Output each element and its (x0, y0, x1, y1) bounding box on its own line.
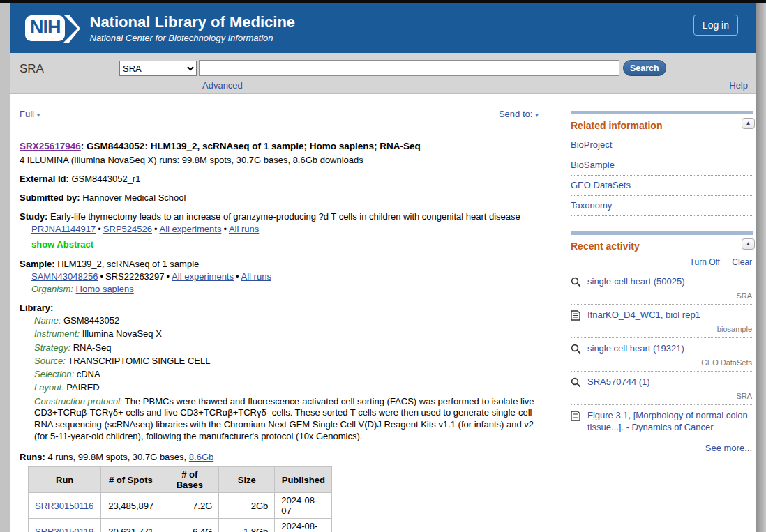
display-settings-dropdown[interactable]: Full ▾ (20, 109, 40, 119)
library-field-layout: Layout: PAIRED (34, 382, 548, 393)
library-field-label: Name: (34, 315, 61, 326)
sidebar-item-biosample[interactable]: BioSample (571, 155, 753, 176)
list-item: Figure 3.1, [Morphology of normal colon … (571, 405, 753, 436)
header-titles: National Library of Medicine National Ce… (90, 13, 296, 43)
recent-activity-link[interactable]: single-cell heart (50025) (587, 276, 684, 288)
bullet-separator: • (98, 224, 101, 234)
see-more-row: See more... (571, 436, 753, 453)
database-select[interactable]: SRA (119, 61, 197, 76)
runs-label: Runs: (20, 452, 45, 462)
chevron-down-icon: ▾ (535, 111, 539, 119)
study-all-runs-link[interactable]: All runs (229, 224, 259, 234)
database-label: SRA (20, 62, 44, 76)
list-item: single-cell heart (50025) SRA (571, 271, 753, 305)
bullet-separator: • (236, 271, 239, 282)
column-header-run: Run (29, 467, 101, 493)
submitted-by-label: Submitted by: (20, 192, 80, 203)
search-icon (571, 276, 587, 289)
recent-activity-link[interactable]: single cell heart (19321) (587, 343, 684, 355)
study-srp-link[interactable]: SRP524526 (103, 224, 152, 234)
show-abstract-toggle[interactable]: show Abstract (31, 239, 93, 250)
run-link[interactable]: SRR30150116 (35, 501, 93, 511)
clear-link[interactable]: Clear (732, 257, 752, 267)
runs-table: Run # of Spots # of Bases Size Published… (28, 466, 332, 532)
document-icon (571, 410, 587, 423)
recent-activity-link[interactable]: Figure 3.1, [Morphology of normal colon … (587, 410, 753, 434)
help-link[interactable]: Help (729, 80, 748, 91)
sample-srs-id: SRS22263297 (105, 271, 165, 282)
display-settings-label: Full (20, 109, 34, 119)
library-field-strategy: Strategy: RNA-Seq (34, 342, 548, 354)
list-item: IfnarKO_D4_WC1, biol rep1 biosample (571, 305, 753, 338)
library-field-label: Construction protocol: (34, 396, 122, 406)
sample-biosample-link[interactable]: SAMN43048256 (31, 271, 98, 282)
library-field-value: PAIRED (66, 382, 99, 393)
related-information-title: Related information (571, 120, 662, 131)
runs-download-size-link[interactable]: 8.6Gb (189, 452, 213, 462)
study-bioproject-link[interactable]: PRJNA1144917 (31, 224, 96, 234)
search-bar: SRA SRA Search Advanced Help (10, 53, 756, 94)
site-subtitle: National Center for Biotechnology Inform… (90, 33, 296, 43)
search-icon (571, 343, 587, 356)
content-area: Full ▾ Send to: ▾ SRX25617946: GSM844305… (10, 94, 756, 532)
library-field-label: Source: (34, 356, 66, 366)
library-field-label: Strategy: (34, 342, 70, 353)
nih-logo-chevron-icon (62, 13, 80, 44)
sidebar: Related information ▲ BioProject BioSamp… (571, 111, 753, 453)
study-links: PRJNA1144917•SRP524526•All experiments•A… (31, 224, 548, 234)
sample-all-runs-link[interactable]: All runs (241, 271, 271, 282)
send-to-dropdown[interactable]: Send to: ▾ (499, 109, 539, 119)
recent-activity-link[interactable]: SRA570744 (1) (587, 377, 650, 388)
library-field-label: Instrument: (34, 328, 80, 339)
sample-label: Sample: (20, 259, 55, 269)
table-row: SRR30150116 23,485,897 7.2G 2Gb 2024-08-… (29, 493, 332, 519)
site-title: National Library of Medicine (90, 13, 296, 31)
window-top-edge (0, 0, 766, 3)
collapse-button[interactable]: ▲ (742, 238, 755, 250)
sidebar-item-geo-datasets[interactable]: GEO DataSets (571, 176, 753, 196)
nih-logo[interactable]: NIH (25, 13, 80, 44)
list-item: single cell heart (19321) GEO DataSets (571, 338, 753, 372)
main-column: Full ▾ Send to: ▾ SRX25617946: GSM844305… (20, 94, 548, 532)
recent-activity-category: GEO DataSets (571, 356, 753, 369)
library-field-construction-protocol: Construction protocol: The PBMCs were th… (34, 396, 547, 443)
search-input[interactable] (199, 60, 619, 76)
search-button[interactable]: Search (623, 60, 666, 76)
related-information-header: Related information ▲ (571, 114, 753, 135)
recent-activity-category: biosample (571, 323, 753, 335)
send-to-label: Send to: (499, 109, 532, 119)
recent-activity-link[interactable]: IfnarKO_D4_WC1, biol rep1 (587, 310, 700, 321)
study-all-experiments-link[interactable]: All experiments (160, 224, 222, 234)
library-field-selection: Selection: cDNA (34, 369, 548, 380)
published-cell: 2024-08-07 (275, 493, 332, 519)
library-section: Library: Name: GSM8443052 Instrument: Il… (20, 303, 548, 442)
accession-link[interactable]: SRX25617946 (20, 141, 81, 151)
size-cell: 1.8Gb (219, 519, 275, 532)
table-row: SRR30150119 20,621,771 6.4G 1.8Gb 2024-0… (29, 519, 332, 532)
collapse-button[interactable]: ▲ (742, 118, 755, 129)
organism-link[interactable]: Homo sapiens (76, 284, 134, 294)
advanced-search-link[interactable]: Advanced (202, 80, 243, 91)
see-more-link[interactable]: See more... (705, 443, 752, 453)
external-id-value: GSM8443052_r1 (71, 174, 140, 184)
external-id-label: External Id: (20, 174, 69, 184)
turn-off-link[interactable]: Turn Off (690, 257, 720, 267)
library-field-value: cDNA (77, 369, 100, 379)
library-field-value: Illumina NovaSeq X (82, 328, 162, 339)
library-field-name: Name: GSM8443052 (34, 315, 548, 326)
sidebar-item-bioproject[interactable]: BioProject (571, 135, 753, 155)
sample-all-experiments-link[interactable]: All experiments (172, 271, 234, 282)
library-field-value: RNA-Seq (73, 342, 112, 353)
sample-links: SAMN43048256•SRS22263297•All experiments… (31, 271, 548, 282)
runs-table-header-row: Run # of Spots # of Bases Size Published (29, 467, 332, 493)
sidebar-item-taxonomy[interactable]: Taxonomy (571, 196, 753, 216)
run-link[interactable]: SRR30150119 (35, 526, 93, 532)
login-button[interactable]: Log in (693, 15, 738, 36)
chevron-down-icon: ▾ (37, 111, 40, 119)
record-title-text: : GSM8443052: HLM139_2, scRNAseq of 1 sa… (81, 141, 421, 151)
chevron-up-icon: ▲ (746, 241, 751, 247)
organism-line: Organism: Homo sapiens (31, 284, 548, 294)
recent-activity-category: SRA (571, 390, 753, 402)
spots-cell: 20,621,771 (101, 519, 160, 532)
results-toolbar: Full ▾ Send to: ▾ (20, 94, 548, 119)
